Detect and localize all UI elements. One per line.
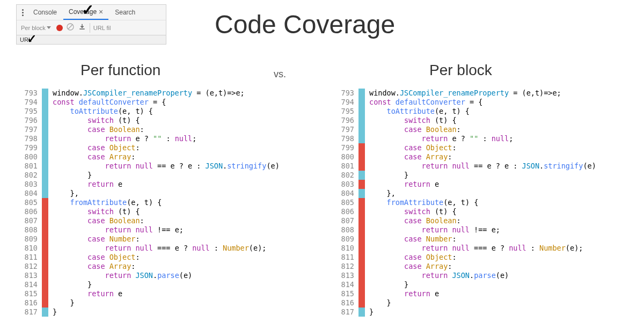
close-icon[interactable]: × [99, 8, 103, 16]
heading-per-function: Per function [80, 62, 160, 79]
url-filter-input[interactable]: URL fil [93, 25, 111, 31]
chevron-down-icon [47, 26, 51, 29]
code-content: window.JSCompiler_renameProperty = (e,t)… [365, 89, 596, 317]
tab-search[interactable]: Search [109, 5, 141, 20]
coverage-gutter [358, 89, 365, 317]
page-title: Code Coverage [215, 10, 395, 39]
checkmark-annotation-icon: ✓ [82, 1, 94, 19]
granularity-dropdown[interactable]: Per block [19, 24, 53, 32]
line-number-gutter: 7937947957967977987998008018028038048058… [333, 89, 358, 317]
devtools-toolbar: Per block URL fil [17, 20, 166, 35]
export-icon[interactable] [78, 23, 86, 33]
tab-console[interactable]: Console [28, 5, 62, 20]
clear-icon[interactable] [66, 23, 75, 33]
url-column-header[interactable]: URL [17, 35, 166, 44]
toolbar-separator [90, 23, 90, 33]
svg-line-1 [68, 25, 72, 29]
line-number-gutter: 7937947957967977987998008018028038048058… [16, 89, 42, 317]
tab-console-label: Console [33, 9, 57, 16]
coverage-gutter [42, 89, 48, 317]
code-panel-per-block: 7937947957967977987998008018028038048058… [333, 89, 596, 317]
record-icon[interactable] [56, 25, 63, 31]
code-content: window.JSCompiler_renameProperty = (e,t)… [48, 89, 280, 317]
heading-per-block: Per block [429, 62, 492, 79]
kebab-menu-icon[interactable] [19, 9, 27, 16]
checkmark-annotation-icon: ✓ [27, 32, 36, 46]
code-panel-per-function: 7937947957967977987998008018028038048058… [16, 89, 280, 317]
granularity-dropdown-label: Per block [21, 25, 46, 31]
vs-label: vs. [274, 69, 286, 80]
tab-search-label: Search [115, 9, 135, 16]
